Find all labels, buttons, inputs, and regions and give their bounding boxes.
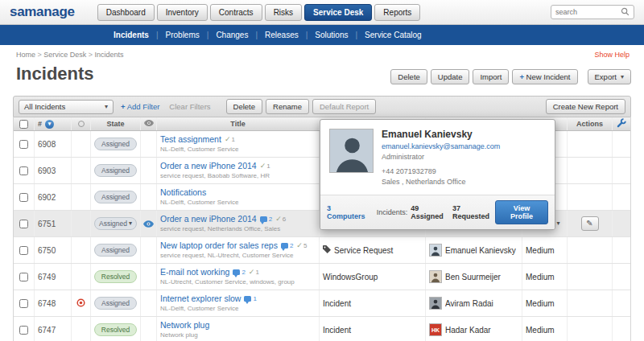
- row-state-cell: Assigned: [91, 184, 141, 210]
- breadcrumb-service-desk[interactable]: Service Desk: [43, 51, 86, 59]
- incident-title-link[interactable]: Order a new iPhone 2014: [160, 215, 257, 224]
- profile-role: Administrator: [382, 153, 500, 161]
- table-row[interactable]: 6747 Resolved Network plug Network plug …: [14, 317, 630, 341]
- tab-contracts[interactable]: Contracts: [210, 4, 262, 21]
- profile-email-link[interactable]: emanuel.kanievsky@samanage.com: [382, 142, 500, 150]
- subnav-item-service-catalog[interactable]: Service Catalog: [357, 31, 429, 39]
- new-incident-button[interactable]: + New Incident: [512, 69, 577, 84]
- profile-phone: +44 2071932789: [382, 167, 500, 175]
- export-button[interactable]: Export▾: [588, 69, 631, 84]
- wrench-icon[interactable]: [617, 118, 626, 129]
- table-row[interactable]: 6748 Assigned Internet explorer slow 1 N…: [14, 290, 630, 317]
- row-checkbox[interactable]: [19, 166, 28, 175]
- tab-risks[interactable]: Risks: [265, 4, 302, 21]
- search-input[interactable]: [555, 8, 621, 16]
- row-settings-cell: [613, 237, 630, 263]
- state-badge[interactable]: Assigned: [94, 164, 137, 177]
- incident-title-link[interactable]: Notifications: [160, 188, 206, 197]
- row-checkbox[interactable]: [19, 273, 28, 281]
- eye-icon[interactable]: [143, 216, 154, 231]
- column-id[interactable]: #▾: [35, 117, 72, 130]
- category-label: WindowsGroup: [323, 273, 378, 281]
- row-watch-cell: [141, 158, 157, 183]
- view-profile-button[interactable]: View Profile: [495, 200, 548, 224]
- update-button[interactable]: Update: [431, 69, 470, 84]
- row-checkbox[interactable]: [19, 246, 28, 255]
- column-state[interactable]: State: [91, 117, 141, 130]
- state-badge[interactable]: Assigned: [94, 138, 137, 150]
- subnav-item-incidents[interactable]: Incidents: [106, 31, 156, 39]
- row-priority-cell[interactable]: Medium: [522, 237, 568, 263]
- tab-reports[interactable]: Reports: [374, 4, 420, 21]
- report-delete-button[interactable]: Delete: [226, 99, 262, 114]
- row-checkbox[interactable]: [19, 140, 28, 149]
- sort-icon[interactable]: ▾: [45, 120, 54, 129]
- state-badge[interactable]: Assigned▾: [94, 217, 137, 230]
- row-checkbox[interactable]: [19, 299, 28, 308]
- row-priority-cell[interactable]: Medium: [522, 317, 568, 341]
- breadcrumb-home[interactable]: Home: [16, 51, 35, 59]
- row-priority-cell[interactable]: Medium: [522, 290, 568, 316]
- table-row[interactable]: 6749 Resolved E-mail not working 2 ✓1 NL…: [14, 264, 630, 290]
- default-report-button[interactable]: Default Report: [312, 99, 376, 114]
- report-buttons-group: Delete Rename Default Report: [226, 99, 377, 114]
- record-icon: [76, 296, 85, 310]
- comment-icon: [233, 269, 240, 275]
- tab-dashboard[interactable]: Dashboard: [97, 4, 155, 21]
- row-checkbox[interactable]: [19, 193, 28, 202]
- row-settings-cell: [613, 131, 630, 157]
- incident-subtitle: NL-Delft, Customer Service: [160, 199, 238, 206]
- subnav-item-problems[interactable]: Problems: [159, 31, 207, 39]
- app-logo: samanage: [10, 4, 75, 20]
- priority-label: Medium: [526, 326, 555, 335]
- row-assignee-cell[interactable]: HK Hadar Kadar: [426, 317, 522, 341]
- incident-title-link[interactable]: New laptop order for sales reps: [160, 241, 278, 250]
- subnav-item-releases[interactable]: Releases: [258, 31, 306, 39]
- profile-popup-top: Emanuel Kanievsky emanuel.kanievsky@sama…: [320, 120, 555, 195]
- subnav-item-solutions[interactable]: Solutions: [308, 31, 355, 39]
- assignee-name: Ben Suurmeijer: [445, 273, 501, 281]
- incident-title-link[interactable]: E-mail not working: [160, 268, 229, 277]
- state-badge[interactable]: Assigned: [94, 297, 137, 310]
- add-filter-button[interactable]: + Add Filter: [118, 101, 162, 113]
- show-help-link[interactable]: Show Help: [594, 51, 630, 59]
- profile-computers-link[interactable]: 3 Computers: [327, 204, 367, 220]
- column-status: [72, 117, 91, 130]
- column-title[interactable]: Title: [157, 117, 320, 130]
- subnav-item-changes[interactable]: Changes: [208, 31, 255, 39]
- delete-button[interactable]: Delete: [390, 69, 427, 84]
- state-badge[interactable]: Resolved: [94, 323, 137, 336]
- row-assignee-cell[interactable]: Emanuel Kanievsky: [426, 237, 522, 263]
- state-badge[interactable]: Assigned: [94, 244, 137, 257]
- create-new-report-button[interactable]: Create New Report: [546, 99, 625, 114]
- row-title-cell: Order a new iPhone 2014 ✓1 service reque…: [157, 158, 320, 183]
- breadcrumb-row: Home > Service Desk > Incidents Show Hel…: [0, 45, 644, 60]
- tab-service-desk[interactable]: Service Desk: [304, 4, 372, 21]
- row-priority-cell[interactable]: Medium: [522, 264, 568, 290]
- tab-inventory[interactable]: Inventory: [157, 4, 208, 21]
- row-watch-cell: [141, 131, 157, 157]
- state-badge[interactable]: Assigned: [94, 191, 137, 203]
- table-row[interactable]: 6750 Assigned New laptop order for sales…: [14, 237, 630, 264]
- row-checkbox[interactable]: [19, 220, 28, 228]
- import-button[interactable]: Import: [473, 69, 509, 84]
- incident-number: 6903: [35, 158, 72, 183]
- state-badge[interactable]: Resolved: [94, 270, 137, 283]
- assignee-name: Aviram Radai: [445, 299, 493, 308]
- report-rename-button[interactable]: Rename: [266, 99, 309, 114]
- incident-title-link[interactable]: Order a new iPhone 2014: [160, 162, 257, 170]
- view-filter-select[interactable]: All Incidents ▾: [19, 100, 114, 114]
- row-title-cell: E-mail not working 2 ✓1 NL-Utrecht, Cust…: [157, 264, 320, 290]
- clear-filters-button[interactable]: Clear Filters: [167, 101, 213, 113]
- select-all-checkbox[interactable]: [19, 120, 28, 129]
- incident-number: 6751: [35, 211, 72, 236]
- incident-title-link[interactable]: Network plug: [160, 321, 209, 330]
- avatar: [429, 244, 442, 257]
- row-checkbox[interactable]: [19, 326, 28, 335]
- row-assignee-cell[interactable]: Ben Suurmeijer: [426, 264, 522, 290]
- incident-title-link[interactable]: Internet explorer slow: [160, 294, 241, 303]
- incident-title-link[interactable]: Test assignment: [160, 135, 221, 144]
- edit-button[interactable]: ✎: [581, 216, 599, 231]
- row-assignee-cell[interactable]: Aviram Radai: [426, 290, 522, 316]
- incident-subtitle: NL-Delft, Customer Service: [160, 146, 238, 153]
